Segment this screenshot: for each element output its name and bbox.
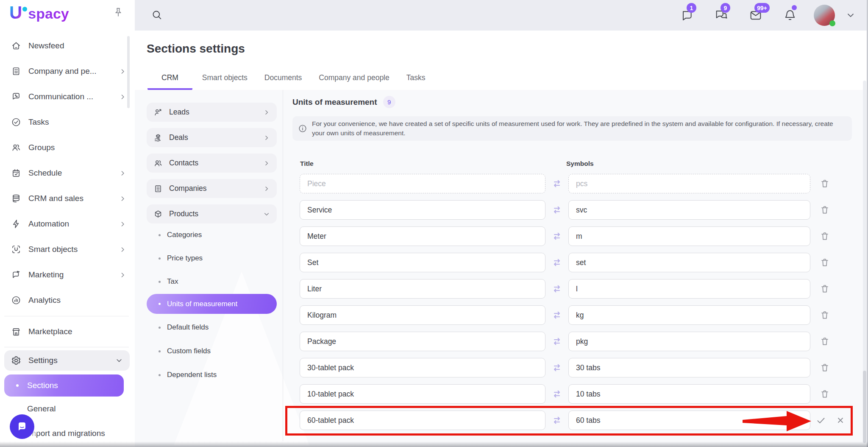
unit-title-input[interactable] — [300, 305, 545, 325]
sidebar-item-smart-objects[interactable]: Smart objects — [0, 237, 135, 262]
sidebar-item-company-and-people[interactable]: Company and pe... — [0, 59, 135, 84]
chat-widget-button[interactable] — [10, 414, 34, 439]
delete-unit-button[interactable] — [820, 389, 830, 399]
sidebar-scrollbar[interactable] — [127, 36, 130, 108]
sidebar-item-analytics[interactable]: Analytics — [0, 288, 135, 313]
group-chats-button[interactable]: 9 — [715, 8, 728, 22]
subnav-item-dependent-lists[interactable]: Dependent lists — [147, 366, 277, 383]
page-scrollbar-thumb[interactable] — [863, 371, 866, 443]
confirm-unit-button[interactable] — [815, 415, 826, 426]
delete-unit-button[interactable] — [820, 257, 830, 268]
unit-title-input[interactable] — [300, 200, 545, 220]
brand-logo[interactable]: U spacy — [9, 4, 69, 23]
sidebar-item-tasks[interactable]: Tasks — [0, 109, 135, 135]
unit-symbols-input[interactable] — [568, 332, 810, 351]
sidebar-item-crm-and-sales[interactable]: CRM and sales — [0, 186, 135, 211]
new-unit-symbols-input[interactable] — [568, 174, 810, 193]
unit-symbols-input[interactable] — [568, 358, 810, 377]
tab-documents[interactable]: Documents — [257, 73, 309, 90]
swap-icon-box — [545, 310, 568, 321]
sidebar-item-newsfeed[interactable]: Newsfeed — [0, 33, 135, 59]
sidebar-item-label: CRM and sales — [28, 194, 83, 203]
delete-unit-button[interactable] — [820, 231, 830, 241]
trash-icon — [820, 284, 830, 294]
tab-tasks[interactable]: Tasks — [399, 73, 433, 90]
sidebar-item-marketplace[interactable]: Marketplace — [0, 319, 135, 344]
notifications-button[interactable] — [783, 8, 797, 22]
new-unit-title-input[interactable] — [300, 174, 545, 193]
unit-title-input[interactable] — [300, 332, 545, 351]
panel-heading: Units of measurement — [292, 98, 377, 107]
unit-row — [300, 279, 853, 299]
sidebar-subitem-label: Sections — [27, 381, 58, 390]
app-screen: U spacy Newsfeed Company and pe... — [0, 0, 868, 447]
unit-symbols-input[interactable] — [568, 253, 810, 272]
bell-icon — [783, 8, 797, 22]
group-chats-badge: 9 — [721, 3, 730, 13]
unit-symbols-input[interactable] — [568, 384, 810, 404]
unit-symbols-input[interactable] — [568, 226, 810, 246]
chat-bubble-icon — [16, 420, 28, 433]
column-symbols: Symbols — [566, 160, 594, 168]
unit-title-input[interactable] — [300, 279, 545, 299]
tab-company-and-people[interactable]: Company and people — [312, 73, 396, 90]
unit-title-input[interactable] — [300, 384, 545, 404]
swap-icon-box — [545, 362, 568, 373]
subnav-leads[interactable]: Leads — [147, 103, 277, 122]
check-circle-icon — [11, 117, 21, 127]
subnav-companies[interactable]: Companies — [147, 179, 277, 198]
subnav-item-categories[interactable]: Categories — [147, 226, 277, 243]
unit-symbols-input[interactable] — [568, 200, 810, 220]
delete-unit-button[interactable] — [820, 205, 830, 215]
delete-unit-button[interactable] — [820, 179, 830, 189]
trash-icon — [820, 336, 830, 346]
profile-menu-button[interactable] — [846, 11, 855, 20]
swap-icon — [551, 178, 562, 189]
home-icon — [11, 41, 21, 51]
subnav-deals[interactable]: Deals — [147, 128, 277, 147]
messenger-button[interactable]: 1 — [681, 8, 694, 22]
sidebar-item-settings[interactable]: Settings — [4, 350, 130, 371]
trash-icon — [820, 363, 830, 373]
subnav-item-units-of-measurement-active[interactable]: Units of measurement — [147, 294, 277, 314]
info-banner: For your convenience, we have created a … — [292, 116, 852, 141]
subnav-item-default-fields[interactable]: Default fields — [147, 319, 277, 336]
gear-icon — [11, 355, 21, 366]
editing-unit-title-input[interactable] — [300, 411, 545, 430]
delete-unit-button[interactable] — [820, 336, 830, 346]
subnav-products[interactable]: Products — [147, 204, 277, 224]
tab-smart-objects[interactable]: Smart objects — [195, 73, 255, 90]
unit-title-input[interactable] — [300, 253, 545, 272]
pin-sidebar-button[interactable] — [113, 7, 124, 18]
sidebar-item-groups[interactable]: Groups — [0, 135, 135, 160]
sidebar-item-schedule[interactable]: Schedule — [0, 160, 135, 186]
mail-button[interactable]: 99+ — [748, 8, 763, 22]
user-avatar[interactable] — [814, 5, 835, 26]
tab-crm[interactable]: CRM — [147, 73, 192, 90]
unit-title-input[interactable] — [300, 226, 545, 246]
delete-unit-button[interactable] — [820, 284, 830, 294]
unit-title-input[interactable] — [300, 358, 545, 377]
delete-unit-button[interactable] — [820, 363, 830, 373]
subnav-item-label: Default fields — [167, 323, 209, 332]
calendar-icon — [11, 168, 21, 178]
cancel-unit-button[interactable] — [835, 415, 846, 425]
subnav-item-tax[interactable]: Tax — [147, 273, 277, 290]
unit-symbols-input[interactable] — [568, 279, 810, 299]
sidebar-subitem-sections-active[interactable]: Sections — [4, 374, 124, 397]
chevron-down-icon — [263, 211, 270, 218]
brand-logo-mark: U — [9, 4, 22, 21]
sidebar-item-automation[interactable]: Automation — [0, 211, 135, 237]
editing-unit-symbols-input[interactable] — [568, 411, 810, 430]
sidebar-item-marketing[interactable]: Marketing — [0, 262, 135, 288]
delete-unit-button[interactable] — [820, 310, 830, 320]
search-button[interactable] — [151, 9, 163, 21]
unit-symbols-input[interactable] — [568, 305, 810, 325]
sidebar-item-label: Automation — [28, 219, 69, 229]
chevron-right-icon — [263, 160, 270, 167]
subnav-item-custom-fields[interactable]: Custom fields — [147, 343, 277, 360]
subnav-contacts[interactable]: Contacts — [147, 154, 277, 173]
subnav-item-price-types[interactable]: Price types — [147, 250, 277, 267]
marketing-icon — [11, 270, 21, 280]
sidebar-item-communication[interactable]: Communication ... — [0, 84, 135, 109]
